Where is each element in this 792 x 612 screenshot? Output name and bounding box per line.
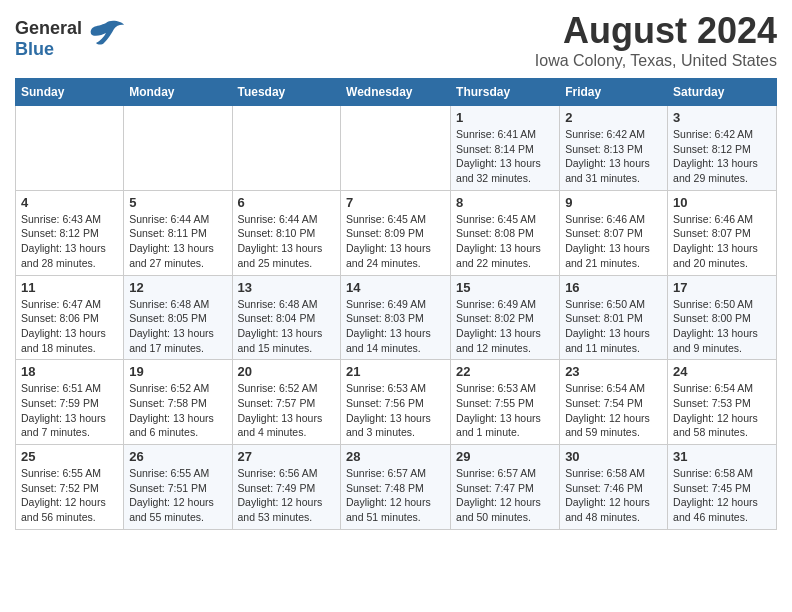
day-number: 10 bbox=[673, 195, 771, 210]
day-number: 4 bbox=[21, 195, 118, 210]
day-of-week-header: Tuesday bbox=[232, 79, 341, 106]
calendar-cell: 25Sunrise: 6:55 AM Sunset: 7:52 PM Dayli… bbox=[16, 445, 124, 530]
calendar-cell: 15Sunrise: 6:49 AM Sunset: 8:02 PM Dayli… bbox=[451, 275, 560, 360]
day-info: Sunrise: 6:58 AM Sunset: 7:45 PM Dayligh… bbox=[673, 466, 771, 525]
calendar-cell: 22Sunrise: 6:53 AM Sunset: 7:55 PM Dayli… bbox=[451, 360, 560, 445]
day-number: 15 bbox=[456, 280, 554, 295]
calendar-cell: 27Sunrise: 6:56 AM Sunset: 7:49 PM Dayli… bbox=[232, 445, 341, 530]
day-of-week-header: Sunday bbox=[16, 79, 124, 106]
day-info: Sunrise: 6:56 AM Sunset: 7:49 PM Dayligh… bbox=[238, 466, 336, 525]
day-number: 11 bbox=[21, 280, 118, 295]
day-number: 14 bbox=[346, 280, 445, 295]
calendar-cell bbox=[232, 106, 341, 191]
logo: General Blue bbox=[15, 18, 124, 60]
calendar-cell: 11Sunrise: 6:47 AM Sunset: 8:06 PM Dayli… bbox=[16, 275, 124, 360]
calendar-cell: 20Sunrise: 6:52 AM Sunset: 7:57 PM Dayli… bbox=[232, 360, 341, 445]
calendar-cell: 7Sunrise: 6:45 AM Sunset: 8:09 PM Daylig… bbox=[341, 190, 451, 275]
page-subtitle: Iowa Colony, Texas, United States bbox=[535, 52, 777, 70]
day-number: 18 bbox=[21, 364, 118, 379]
day-number: 19 bbox=[129, 364, 226, 379]
calendar-cell: 1Sunrise: 6:41 AM Sunset: 8:14 PM Daylig… bbox=[451, 106, 560, 191]
day-of-week-header: Monday bbox=[124, 79, 232, 106]
calendar-cell: 18Sunrise: 6:51 AM Sunset: 7:59 PM Dayli… bbox=[16, 360, 124, 445]
day-number: 3 bbox=[673, 110, 771, 125]
day-number: 22 bbox=[456, 364, 554, 379]
day-number: 31 bbox=[673, 449, 771, 464]
day-info: Sunrise: 6:54 AM Sunset: 7:54 PM Dayligh… bbox=[565, 381, 662, 440]
day-info: Sunrise: 6:53 AM Sunset: 7:56 PM Dayligh… bbox=[346, 381, 445, 440]
day-number: 24 bbox=[673, 364, 771, 379]
day-number: 9 bbox=[565, 195, 662, 210]
day-number: 6 bbox=[238, 195, 336, 210]
calendar-cell: 30Sunrise: 6:58 AM Sunset: 7:46 PM Dayli… bbox=[560, 445, 668, 530]
day-number: 8 bbox=[456, 195, 554, 210]
day-info: Sunrise: 6:42 AM Sunset: 8:13 PM Dayligh… bbox=[565, 127, 662, 186]
calendar-cell: 10Sunrise: 6:46 AM Sunset: 8:07 PM Dayli… bbox=[668, 190, 777, 275]
day-number: 2 bbox=[565, 110, 662, 125]
day-info: Sunrise: 6:41 AM Sunset: 8:14 PM Dayligh… bbox=[456, 127, 554, 186]
day-number: 23 bbox=[565, 364, 662, 379]
calendar-cell: 17Sunrise: 6:50 AM Sunset: 8:00 PM Dayli… bbox=[668, 275, 777, 360]
day-info: Sunrise: 6:55 AM Sunset: 7:52 PM Dayligh… bbox=[21, 466, 118, 525]
day-number: 21 bbox=[346, 364, 445, 379]
calendar-cell: 2Sunrise: 6:42 AM Sunset: 8:13 PM Daylig… bbox=[560, 106, 668, 191]
day-number: 25 bbox=[21, 449, 118, 464]
day-number: 12 bbox=[129, 280, 226, 295]
day-info: Sunrise: 6:42 AM Sunset: 8:12 PM Dayligh… bbox=[673, 127, 771, 186]
day-of-week-header: Saturday bbox=[668, 79, 777, 106]
calendar-cell: 6Sunrise: 6:44 AM Sunset: 8:10 PM Daylig… bbox=[232, 190, 341, 275]
day-of-week-header: Thursday bbox=[451, 79, 560, 106]
day-info: Sunrise: 6:46 AM Sunset: 8:07 PM Dayligh… bbox=[673, 212, 771, 271]
calendar-cell: 5Sunrise: 6:44 AM Sunset: 8:11 PM Daylig… bbox=[124, 190, 232, 275]
calendar-cell: 8Sunrise: 6:45 AM Sunset: 8:08 PM Daylig… bbox=[451, 190, 560, 275]
calendar-cell bbox=[16, 106, 124, 191]
logo-blue-text: Blue bbox=[15, 39, 54, 59]
calendar-cell: 14Sunrise: 6:49 AM Sunset: 8:03 PM Dayli… bbox=[341, 275, 451, 360]
day-info: Sunrise: 6:52 AM Sunset: 7:58 PM Dayligh… bbox=[129, 381, 226, 440]
day-number: 27 bbox=[238, 449, 336, 464]
calendar-cell: 13Sunrise: 6:48 AM Sunset: 8:04 PM Dayli… bbox=[232, 275, 341, 360]
day-info: Sunrise: 6:54 AM Sunset: 7:53 PM Dayligh… bbox=[673, 381, 771, 440]
calendar-cell: 24Sunrise: 6:54 AM Sunset: 7:53 PM Dayli… bbox=[668, 360, 777, 445]
calendar-cell bbox=[341, 106, 451, 191]
day-info: Sunrise: 6:43 AM Sunset: 8:12 PM Dayligh… bbox=[21, 212, 118, 271]
day-info: Sunrise: 6:48 AM Sunset: 8:04 PM Dayligh… bbox=[238, 297, 336, 356]
day-info: Sunrise: 6:52 AM Sunset: 7:57 PM Dayligh… bbox=[238, 381, 336, 440]
calendar-cell: 9Sunrise: 6:46 AM Sunset: 8:07 PM Daylig… bbox=[560, 190, 668, 275]
day-info: Sunrise: 6:51 AM Sunset: 7:59 PM Dayligh… bbox=[21, 381, 118, 440]
day-number: 7 bbox=[346, 195, 445, 210]
day-info: Sunrise: 6:53 AM Sunset: 7:55 PM Dayligh… bbox=[456, 381, 554, 440]
calendar-cell: 23Sunrise: 6:54 AM Sunset: 7:54 PM Dayli… bbox=[560, 360, 668, 445]
calendar-cell: 26Sunrise: 6:55 AM Sunset: 7:51 PM Dayli… bbox=[124, 445, 232, 530]
calendar-cell: 29Sunrise: 6:57 AM Sunset: 7:47 PM Dayli… bbox=[451, 445, 560, 530]
day-info: Sunrise: 6:45 AM Sunset: 8:08 PM Dayligh… bbox=[456, 212, 554, 271]
logo-bird-icon bbox=[88, 19, 124, 51]
calendar-cell: 28Sunrise: 6:57 AM Sunset: 7:48 PM Dayli… bbox=[341, 445, 451, 530]
day-of-week-header: Wednesday bbox=[341, 79, 451, 106]
title-section: August 2024 Iowa Colony, Texas, United S… bbox=[535, 10, 777, 70]
logo-general-text: General bbox=[15, 18, 82, 38]
calendar-cell: 12Sunrise: 6:48 AM Sunset: 8:05 PM Dayli… bbox=[124, 275, 232, 360]
day-number: 17 bbox=[673, 280, 771, 295]
page-title: August 2024 bbox=[535, 10, 777, 52]
calendar-header: SundayMondayTuesdayWednesdayThursdayFrid… bbox=[16, 79, 777, 106]
day-number: 30 bbox=[565, 449, 662, 464]
day-info: Sunrise: 6:45 AM Sunset: 8:09 PM Dayligh… bbox=[346, 212, 445, 271]
day-info: Sunrise: 6:50 AM Sunset: 8:01 PM Dayligh… bbox=[565, 297, 662, 356]
day-info: Sunrise: 6:44 AM Sunset: 8:11 PM Dayligh… bbox=[129, 212, 226, 271]
day-of-week-header: Friday bbox=[560, 79, 668, 106]
calendar-cell: 31Sunrise: 6:58 AM Sunset: 7:45 PM Dayli… bbox=[668, 445, 777, 530]
day-number: 13 bbox=[238, 280, 336, 295]
day-info: Sunrise: 6:57 AM Sunset: 7:47 PM Dayligh… bbox=[456, 466, 554, 525]
day-info: Sunrise: 6:47 AM Sunset: 8:06 PM Dayligh… bbox=[21, 297, 118, 356]
day-info: Sunrise: 6:44 AM Sunset: 8:10 PM Dayligh… bbox=[238, 212, 336, 271]
calendar-cell: 4Sunrise: 6:43 AM Sunset: 8:12 PM Daylig… bbox=[16, 190, 124, 275]
day-number: 1 bbox=[456, 110, 554, 125]
day-number: 20 bbox=[238, 364, 336, 379]
day-number: 29 bbox=[456, 449, 554, 464]
day-info: Sunrise: 6:55 AM Sunset: 7:51 PM Dayligh… bbox=[129, 466, 226, 525]
day-info: Sunrise: 6:46 AM Sunset: 8:07 PM Dayligh… bbox=[565, 212, 662, 271]
day-number: 5 bbox=[129, 195, 226, 210]
calendar-table: SundayMondayTuesdayWednesdayThursdayFrid… bbox=[15, 78, 777, 530]
calendar-cell: 16Sunrise: 6:50 AM Sunset: 8:01 PM Dayli… bbox=[560, 275, 668, 360]
